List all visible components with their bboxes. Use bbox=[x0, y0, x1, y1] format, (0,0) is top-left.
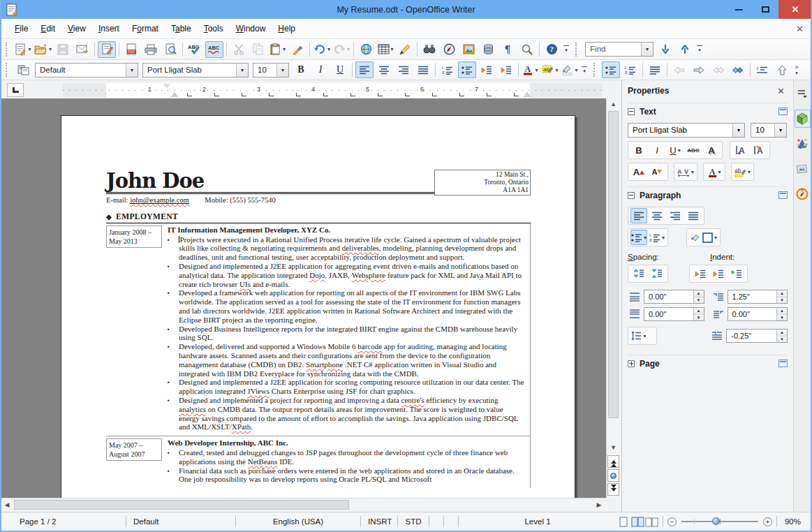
spin-down-icon[interactable]: ▼ bbox=[694, 297, 704, 304]
print-button[interactable] bbox=[142, 41, 160, 58]
right-indent-marker[interactable] bbox=[524, 92, 531, 97]
statusbar-language[interactable]: English (USA) bbox=[236, 517, 360, 526]
find-replace-button[interactable] bbox=[420, 41, 438, 58]
find-previous-button[interactable] bbox=[676, 41, 694, 58]
close-document-icon[interactable]: ✕ bbox=[796, 24, 804, 34]
sidebar-menu-button[interactable] bbox=[795, 84, 811, 103]
list-toolbar-grip[interactable] bbox=[593, 63, 598, 77]
page-dialog-launcher-icon[interactable] bbox=[778, 360, 788, 367]
decrease-indent-button-sb[interactable] bbox=[710, 266, 727, 281]
paste-dropdown-icon[interactable]: ▾ bbox=[283, 46, 286, 52]
bold-button[interactable]: B bbox=[292, 61, 310, 78]
format-paintbrush-button[interactable] bbox=[288, 41, 307, 58]
zoom-slider[interactable] bbox=[681, 521, 758, 522]
line-spacing-button[interactable]: ▾ bbox=[630, 328, 647, 343]
scroll-left-button[interactable]: ◀ bbox=[1, 499, 13, 510]
data-sources-button[interactable] bbox=[479, 41, 497, 58]
find-input[interactable]: Find ▾ bbox=[585, 42, 654, 57]
before-indent-field[interactable]: 1.25" ▲▼ bbox=[728, 290, 788, 304]
document-page[interactable]: John Doe 12 Main St.,Toronto, OntarioA1A… bbox=[61, 115, 575, 498]
find-next-button[interactable] bbox=[656, 41, 674, 58]
align-right-button[interactable] bbox=[394, 61, 413, 78]
after-indent-field[interactable]: 0.00" ▲▼ bbox=[728, 307, 788, 321]
text-section-header[interactable]: Text bbox=[628, 103, 788, 119]
sidebar-align-left-button[interactable] bbox=[630, 208, 647, 223]
hyperlink-button[interactable] bbox=[357, 41, 375, 58]
list-toolbar-overflow-button[interactable]: »▾ bbox=[792, 61, 802, 78]
close-button[interactable]: ✕ bbox=[778, 0, 812, 19]
zoom-out-button[interactable]: − bbox=[667, 517, 677, 526]
spellcheck-button[interactable]: ABC bbox=[186, 41, 204, 58]
statusbar-zoom-percent[interactable]: 90% bbox=[777, 517, 811, 526]
below-spacing-field[interactable]: 0.00" ▲▼ bbox=[644, 307, 704, 321]
vertical-scrollbar[interactable]: ▲ ▼ bbox=[606, 98, 619, 498]
vertical-scroll-thumb[interactable] bbox=[608, 111, 619, 418]
menu-format[interactable]: Format bbox=[126, 20, 165, 37]
sidebar-underline-button[interactable]: U▾ bbox=[667, 142, 684, 158]
sidebar-align-center-button[interactable] bbox=[649, 208, 665, 223]
tab-type-selector[interactable] bbox=[7, 83, 24, 97]
italic-button[interactable]: I bbox=[311, 61, 330, 78]
email-button[interactable] bbox=[73, 41, 91, 58]
find-toolbar-grip[interactable] bbox=[575, 43, 580, 57]
font-color-dropdown-icon[interactable]: ▾ bbox=[535, 67, 538, 73]
increase-indent-button[interactable] bbox=[497, 61, 515, 78]
email-link[interactable]: john@example.com bbox=[130, 196, 189, 205]
book-view-button[interactable] bbox=[644, 515, 658, 528]
background-color-dropdown-icon[interactable]: ▾ bbox=[575, 67, 577, 73]
decrease-indent-button[interactable] bbox=[478, 61, 496, 78]
styles-dialog-button[interactable] bbox=[14, 61, 32, 78]
decrease-spacing-button[interactable]: A bbox=[751, 142, 767, 158]
underline-button[interactable]: U bbox=[331, 61, 349, 78]
list-numbering-button[interactable]: III bbox=[621, 61, 640, 78]
expand-icon[interactable] bbox=[628, 360, 635, 367]
redo-dropdown-icon[interactable]: ▾ bbox=[347, 46, 350, 52]
paragraph-background-button[interactable]: ▾ bbox=[689, 230, 718, 245]
new-document-dropdown-icon[interactable]: ▾ bbox=[28, 46, 31, 52]
horizontal-ruler[interactable]: 1234567 bbox=[63, 83, 602, 98]
promote-level-button[interactable] bbox=[670, 61, 688, 78]
demote-level-button[interactable] bbox=[690, 61, 708, 78]
sidebar-strikethrough-button[interactable]: ABC bbox=[685, 142, 702, 158]
move-up-button[interactable] bbox=[773, 61, 791, 78]
page-section-header[interactable]: Page bbox=[628, 355, 788, 371]
statusbar-page[interactable]: Page 1 / 2 bbox=[1, 517, 126, 526]
maximize-button[interactable] bbox=[752, 0, 778, 19]
list-bullets-button[interactable] bbox=[602, 61, 620, 78]
sidebar-tab-properties[interactable] bbox=[795, 110, 811, 128]
sidebar-highlight-button[interactable]: ab ▾ bbox=[734, 164, 751, 179]
paragraph-section-header[interactable]: Paragraph bbox=[628, 186, 788, 203]
increase-paragraph-spacing-button[interactable] bbox=[630, 266, 647, 281]
highlight-color-button[interactable]: ab ▾ bbox=[541, 61, 559, 78]
menu-insert[interactable]: Insert bbox=[92, 20, 126, 37]
spin-down-icon[interactable]: ▼ bbox=[777, 315, 787, 321]
sidebar-font-size-select[interactable]: 10▾ bbox=[751, 123, 787, 138]
table-dropdown-icon[interactable]: ▾ bbox=[391, 46, 394, 52]
spin-up-icon[interactable]: ▲ bbox=[777, 290, 787, 297]
horizontal-scrollbar[interactable]: ◀ ▶ bbox=[1, 498, 606, 510]
previous-page-button[interactable] bbox=[607, 455, 619, 468]
formatting-marks-button[interactable]: ¶ bbox=[499, 41, 517, 58]
paragraph-style-select[interactable]: Default▾ bbox=[35, 63, 138, 77]
find-toolbar-overflow-button[interactable]: ▾ bbox=[695, 41, 704, 58]
background-color-button[interactable]: ▾ bbox=[561, 61, 579, 78]
formatting-toolbar-grip[interactable] bbox=[6, 63, 10, 77]
justify-button[interactable] bbox=[414, 61, 432, 78]
navigator-button[interactable] bbox=[440, 41, 458, 58]
redo-button[interactable]: ▾ bbox=[332, 41, 350, 58]
increase-indent-button-sb[interactable] bbox=[692, 266, 709, 281]
undo-dropdown-icon[interactable]: ▾ bbox=[327, 46, 330, 52]
sidebar-justify-button[interactable] bbox=[685, 208, 702, 223]
menu-help[interactable]: Help bbox=[272, 20, 302, 37]
font-color-button[interactable]: A ▾ bbox=[522, 61, 540, 78]
scroll-down-button[interactable]: ▼ bbox=[607, 442, 619, 453]
demote-with-subpoints-button[interactable] bbox=[729, 61, 747, 78]
left-indent-marker[interactable] bbox=[171, 92, 178, 97]
find-dropdown-icon[interactable]: ▾ bbox=[641, 43, 653, 56]
menu-table[interactable]: Table bbox=[165, 20, 198, 37]
statusbar-style[interactable]: Default bbox=[126, 517, 235, 526]
first-line-indent-marker[interactable] bbox=[163, 84, 170, 89]
sidebar-tab-gallery[interactable] bbox=[795, 160, 811, 178]
collapse-icon[interactable] bbox=[628, 108, 635, 115]
insert-table-button[interactable]: ▾ bbox=[376, 41, 394, 58]
